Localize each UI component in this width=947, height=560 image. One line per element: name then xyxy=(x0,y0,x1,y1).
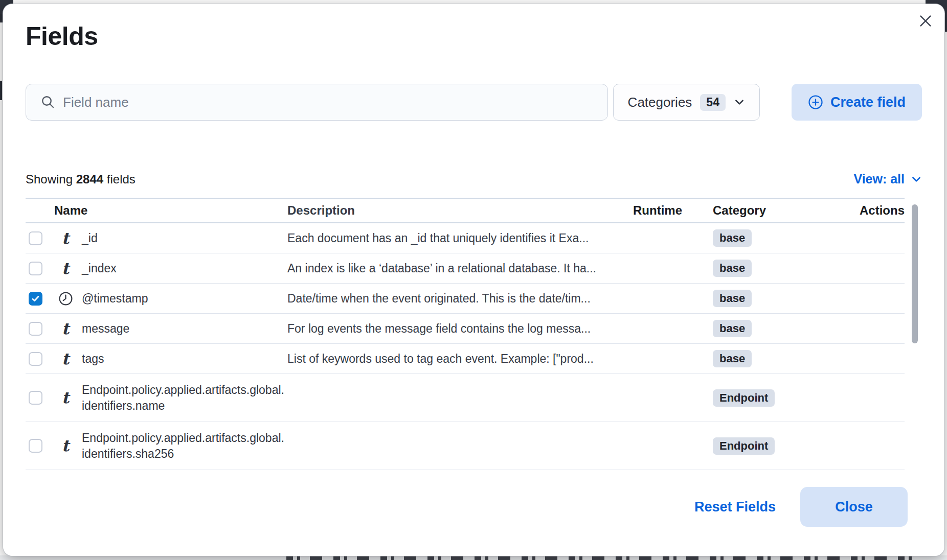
row-checkbox[interactable] xyxy=(29,322,42,336)
string-type-icon: t xyxy=(62,351,69,367)
row-checkbox[interactable] xyxy=(29,391,42,405)
reset-fields-button[interactable]: Reset Fields xyxy=(694,499,776,515)
underlying-page-text-fragments xyxy=(286,555,920,560)
field-name: _index xyxy=(82,261,287,276)
category-badge: Endpoint xyxy=(713,389,775,407)
column-header-category: Category xyxy=(682,203,838,218)
row-checkbox[interactable] xyxy=(29,262,42,275)
close-button[interactable]: Close xyxy=(800,487,908,527)
string-type-icon: t xyxy=(62,438,69,454)
fields-modal: Fields Categories 54 Create field Showin… xyxy=(3,4,944,556)
modal-footer: Reset Fields Close xyxy=(26,487,922,527)
table-scrollbar[interactable] xyxy=(912,204,918,343)
column-header-runtime: Runtime xyxy=(605,203,682,218)
field-search-box[interactable] xyxy=(26,84,608,121)
field-description: Date/time when the event originated. Thi… xyxy=(287,292,605,306)
string-type-icon: t xyxy=(62,321,69,337)
fields-table: Name Description Runtime Category Action… xyxy=(26,198,922,470)
column-header-name: Name xyxy=(49,203,287,218)
table-row: t Endpoint.policy.applied.artifacts.glob… xyxy=(26,374,905,422)
category-badge: base xyxy=(713,229,752,247)
field-name: Endpoint.policy.applied.artifacts.global… xyxy=(82,430,287,462)
field-name: _id xyxy=(82,230,287,246)
controls-row: Categories 54 Create field xyxy=(26,84,922,121)
underlying-page-strip xyxy=(0,555,947,560)
table-header-row: Name Description Runtime Category Action… xyxy=(26,198,905,223)
close-icon[interactable] xyxy=(915,10,936,32)
summary-row: Showing 2844 fields View: all xyxy=(26,172,922,186)
chevron-down-icon xyxy=(734,97,745,108)
table-row: t Endpoint.policy.applied.artifacts.glob… xyxy=(26,422,905,470)
category-badge: base xyxy=(713,350,752,367)
search-input[interactable] xyxy=(63,95,597,110)
table-row: t message For log events the message fie… xyxy=(26,314,905,344)
category-badge: base xyxy=(713,260,752,277)
field-description: Each document has an _id that uniquely i… xyxy=(287,231,605,245)
table-row: @timestamp Date/time when the event orig… xyxy=(26,284,905,314)
summary-prefix: Showing xyxy=(26,172,76,186)
summary-count: 2844 xyxy=(76,172,103,186)
column-header-actions: Actions xyxy=(838,203,905,218)
string-type-icon: t xyxy=(62,261,69,276)
categories-filter-button[interactable]: Categories 54 xyxy=(613,84,760,121)
table-row: t _index An index is like a ‘database’ i… xyxy=(26,253,905,284)
view-selector[interactable]: View: all xyxy=(853,172,922,186)
plus-circle-icon xyxy=(808,95,823,110)
field-description: An index is like a ‘database’ in a relat… xyxy=(287,262,605,275)
create-field-button[interactable]: Create field xyxy=(792,84,922,121)
fields-count-summary: Showing 2844 fields xyxy=(26,172,136,186)
category-badge: base xyxy=(713,320,752,337)
row-checkbox[interactable] xyxy=(29,231,42,245)
string-type-icon: t xyxy=(62,230,69,246)
table-row: t _id Each document has an _id that uniq… xyxy=(26,223,905,253)
summary-suffix: fields xyxy=(103,172,136,186)
underlying-page-fragment xyxy=(0,14,2,20)
row-checkbox[interactable] xyxy=(29,352,42,366)
field-description: For log events the message field contain… xyxy=(287,322,605,336)
category-badge: base xyxy=(713,290,752,307)
field-description: List of keywords used to tag each event.… xyxy=(287,352,605,366)
string-type-icon: t xyxy=(62,390,69,406)
categories-count-badge: 54 xyxy=(700,94,726,111)
column-header-description: Description xyxy=(287,203,605,218)
row-checkbox[interactable] xyxy=(29,439,42,453)
create-field-label: Create field xyxy=(830,95,906,110)
search-icon xyxy=(40,95,56,110)
field-name: Endpoint.policy.applied.artifacts.global… xyxy=(82,382,287,414)
categories-label: Categories xyxy=(628,95,692,110)
row-checkbox[interactable] xyxy=(29,292,42,306)
chevron-down-icon xyxy=(911,174,922,185)
field-name: @timestamp xyxy=(82,291,287,307)
view-selector-label: View: all xyxy=(853,172,905,186)
field-name: message xyxy=(82,321,287,337)
table-row: t tags List of keywords used to tag each… xyxy=(26,344,905,374)
date-type-icon xyxy=(58,291,74,307)
underlying-page-fragment xyxy=(0,81,2,100)
page-title: Fields xyxy=(26,21,922,51)
category-badge: Endpoint xyxy=(713,437,775,455)
field-name: tags xyxy=(82,351,287,367)
